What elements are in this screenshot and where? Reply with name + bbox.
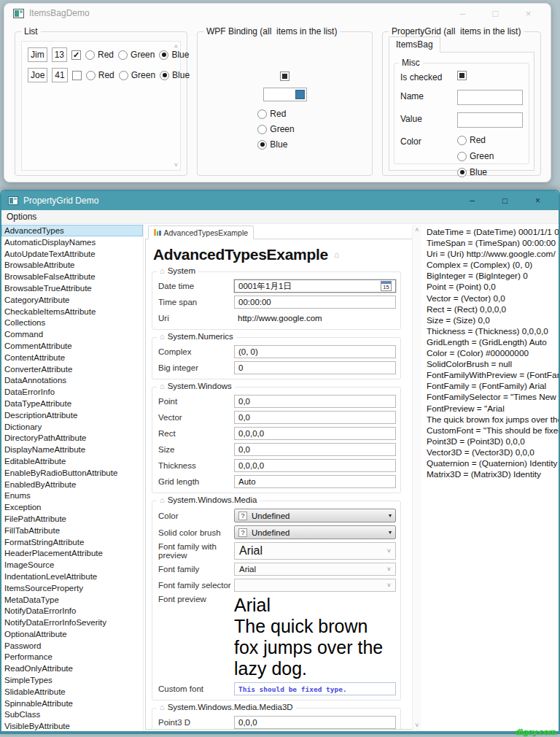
radio-red[interactable] [85,50,95,60]
uri-value[interactable]: http://www.google.com [234,314,396,323]
radio-green[interactable] [257,125,267,134]
category-house-icon[interactable]: ⌂ [160,266,165,275]
items-listbox[interactable]: ˄ ˅ Jim 13 ✓ Red Green Blue Joe 41 [21,41,181,171]
sidebar-item[interactable]: DataAnnotations [1,374,143,386]
big-integer-input[interactable]: 0 [234,361,396,374]
sidebar-item[interactable]: FillTabAttribute [1,525,143,536]
sidebar-item[interactable]: Performance [1,651,143,663]
scroll-down-icon[interactable]: ˅ [415,722,419,729]
color-swatch-box[interactable] [263,88,307,101]
sidebar-item[interactable]: ImageSource [1,559,143,571]
sidebar-item[interactable]: DataTypeAttribute [1,398,143,409]
sidebar-item[interactable]: EnabledByAttribute [1,479,143,490]
calendar-icon[interactable]: 15 [381,281,392,291]
sidebar-item[interactable]: DescriptionAttribute [1,409,143,421]
radio-green[interactable] [119,71,128,80]
checked-checkbox[interactable]: ✓ [71,50,81,60]
scroll-down-icon[interactable]: ˅ [174,161,178,169]
list-item-jim[interactable]: Jim 13 ✓ Red Green Blue [28,47,176,62]
sidebar-item[interactable]: FormatStringAttribute [1,536,143,548]
sidebar-item[interactable]: AutomaticDisplayNames [1,236,143,248]
size-input[interactable]: 0,0 [234,443,396,456]
point-input[interactable]: 0,0 [234,395,396,408]
sidebar-item[interactable]: MetaDataType [1,594,143,606]
unchecked-checkbox[interactable] [72,71,82,80]
sidebar-item[interactable]: Dictionary [1,421,143,433]
sidebar-item[interactable]: DataErrorInfo [1,386,143,398]
name-field[interactable]: Joe [28,68,47,82]
center-scrollbar[interactable]: ˄ ˅ [412,225,421,730]
tab-advancedtypesexample[interactable]: AdvancedTypesExample [148,225,254,239]
list-item-joe[interactable]: Joe 41 Red Green Blue [28,68,176,82]
sidebar-item[interactable]: OptionalAttribute [1,628,143,640]
sidebar-item[interactable]: AdvancedTypes [1,225,143,236]
sidebar-item[interactable]: EditableAttribute [1,455,143,467]
sidebar-item[interactable]: Password [1,640,143,652]
sidebar-item[interactable]: CommentAttribute [1,340,143,352]
sidebar-item[interactable]: EnableByRadioButtonAttribute [1,467,143,479]
rect-input[interactable]: 0,0,0,0 [234,427,396,440]
sidebar-item[interactable]: CheckableItemsAttribute [1,306,143,317]
sidebar-item[interactable]: AutoUpdateTextAttribute [1,248,143,260]
scroll-up-icon[interactable]: ˄ [174,43,178,50]
color-dropdown[interactable]: ? Undefined ▾ [234,509,396,522]
radio-green[interactable] [118,50,128,60]
vector-input[interactable]: 0,0 [234,411,396,424]
name-input[interactable] [457,90,523,105]
house-icon[interactable]: ⌂ [334,250,339,260]
sidebar-item[interactable]: Command [1,328,143,340]
sidebar-item[interactable]: IndentationLevelAttribute [1,571,143,582]
menu-options[interactable]: Options [1,212,42,222]
maximize-icon[interactable]: □ [489,196,521,206]
point3d-input[interactable]: 0,0,0 [234,716,396,729]
sidebar-item[interactable]: NotifyDataErrorInfoSeverity [1,617,143,628]
list-scrollbar[interactable]: ˄ ˅ [172,42,180,170]
minimize-icon[interactable]: – [456,196,489,206]
sidebar-item[interactable]: BrowsableTrueAttribute [1,282,143,294]
is-checked-checkbox[interactable] [457,71,467,80]
minimize-icon[interactable]: – [446,8,479,19]
radio-blue[interactable] [457,168,467,177]
grid-length-input[interactable]: Auto [234,475,396,488]
age-field[interactable]: 13 [52,47,67,62]
tab-itemsbag[interactable]: ItemsBag [389,36,440,53]
thickness-input[interactable]: 0,0,0,0 [234,459,396,472]
category-house-icon[interactable]: ⌂ [160,382,165,390]
maximize-icon[interactable]: □ [479,8,512,19]
sidebar-item[interactable]: Collections [1,317,143,328]
sidebar-item[interactable]: NotifyDataErrorInfo [1,605,143,617]
time-span-input[interactable]: 00:00:00 [234,296,396,309]
sidebar-item[interactable]: ReadOnlyAttribute [1,663,143,674]
sidebar-item[interactable]: VisibleByAttribute [1,720,143,731]
radio-red[interactable] [457,136,467,145]
close-icon[interactable]: × [521,196,554,206]
indeterminate-checkbox[interactable] [280,72,289,81]
sidebar-item[interactable]: ConverterAttribute [1,363,143,375]
sidebar-item[interactable]: SlidableAttribute [1,686,143,698]
itemsbag-titlebar[interactable]: ItemsBagDemo – □ × [4,4,551,23]
pg-titlebar[interactable]: PropertyGrid Demo – □ × [1,191,559,210]
radio-red[interactable] [257,109,267,119]
sidebar-item[interactable]: DisplayNameAttribute [1,444,143,455]
font-family-selector-combo[interactable]: ˅ [234,579,396,592]
radio-green[interactable] [457,152,467,161]
category-house-icon[interactable]: ⌂ [160,703,165,711]
font-family-combo[interactable]: Arial ˅ [234,563,396,576]
radio-blue[interactable] [257,140,267,150]
sidebar-item[interactable]: ContentAttribute [1,352,143,363]
complex-input[interactable]: (0, 0) [234,345,396,358]
sidebar-item[interactable]: DirectoryPathAttribute [1,432,143,444]
close-icon[interactable]: × [512,8,545,19]
sidebar-item[interactable]: HeaderPlacementAttribute [1,547,143,559]
solid-color-brush-dropdown[interactable]: ? Undefined ▾ [234,525,396,539]
radio-blue[interactable] [160,71,169,80]
sidebar-item[interactable]: Exception [1,501,143,513]
sidebar-item[interactable]: SubClass [1,709,143,720]
sidebar-item[interactable]: SimpleTypes [1,674,143,686]
sidebar-item[interactable]: SpinnableAttribute [1,698,143,709]
sidebar-item[interactable]: ItemsSourceProperty [1,582,143,594]
value-input[interactable] [457,112,523,128]
font-family-with-preview-combo[interactable]: Arial ˅ [234,542,396,560]
age-field[interactable]: 41 [52,68,67,82]
name-field[interactable]: Jim [28,47,47,62]
